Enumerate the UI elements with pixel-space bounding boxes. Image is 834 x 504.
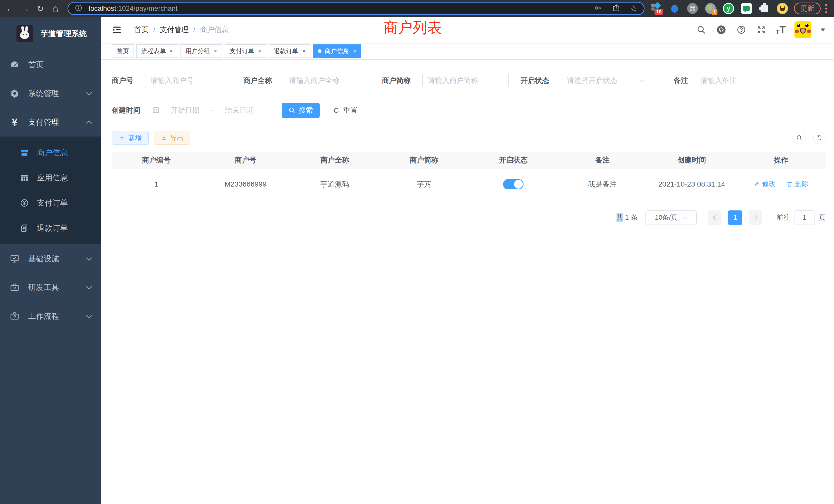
extensions-area: 10 ⌘ 1 y — [651, 2, 788, 15]
create-time-range-picker[interactable]: 开始日期 - 结束日期 — [147, 102, 269, 118]
chevron-left-icon — [713, 215, 718, 220]
site-info-icon[interactable] — [74, 4, 83, 13]
browser-forward-button[interactable]: → — [20, 3, 31, 14]
tab-refund-order[interactable]: 退款订单× — [269, 44, 310, 58]
remark-input[interactable] — [695, 73, 794, 88]
sidebar-item-label: 支付订单 — [37, 198, 68, 208]
close-icon[interactable]: × — [353, 47, 356, 55]
edit-link[interactable]: 修改 — [753, 179, 775, 188]
close-icon[interactable]: × — [214, 47, 217, 55]
col-create-time: 创建时间 — [647, 152, 737, 168]
browser-reload-button[interactable]: ↻ — [35, 3, 46, 14]
ext-command-icon[interactable]: ⌘ — [687, 2, 698, 15]
next-page-button[interactable] — [749, 210, 762, 225]
breadcrumb-pay[interactable]: 支付管理 — [160, 25, 189, 35]
bookmark-star-icon[interactable]: ☆ — [630, 4, 638, 13]
prev-page-button[interactable] — [708, 210, 721, 225]
sidebar-item-label: 首页 — [28, 60, 44, 70]
address-bar[interactable]: localhost:1024/pay/merchant ☆ — [68, 2, 644, 15]
cell-merchant-no: M233666999 — [201, 168, 290, 200]
hamburger-fold-icon[interactable] — [111, 24, 123, 36]
tags-view-bar: 首页 流程表单× 用户分组× 支付订单× 退款订单× 商户信息× — [101, 43, 834, 60]
tab-pay-order[interactable]: 支付订单× — [225, 44, 266, 58]
status-select[interactable]: 请选择开启状态 — [561, 73, 649, 88]
col-status: 开启状态 — [468, 152, 558, 168]
sidebar-item-home[interactable]: 首页 — [0, 50, 101, 79]
reset-button[interactable]: 重置 — [326, 102, 364, 118]
current-page-button[interactable]: 1 — [728, 210, 742, 225]
search-icon[interactable] — [696, 24, 707, 36]
col-short-name: 商户简称 — [379, 152, 469, 168]
font-size-icon[interactable]: TT — [776, 24, 786, 36]
ext-chat-icon[interactable] — [741, 2, 752, 15]
create-time-label: 创建时间 — [112, 106, 140, 115]
search-button[interactable]: 搜索 — [282, 102, 320, 118]
col-full-name: 商户全称 — [290, 152, 379, 168]
page-size-select[interactable]: 10条/页 — [645, 210, 697, 225]
avatar[interactable] — [794, 21, 811, 38]
tab-merchant-info[interactable]: 商户信息× — [313, 44, 361, 58]
sidebar-item-pay[interactable]: ¥ 支付管理 — [0, 108, 101, 137]
close-icon[interactable]: × — [170, 47, 173, 55]
ext-y-icon[interactable]: y — [723, 2, 734, 15]
sidebar-item-system[interactable]: 系统管理 — [0, 79, 101, 108]
tab-user-group[interactable]: 用户分组× — [180, 44, 222, 58]
goto-page-input[interactable] — [794, 210, 815, 225]
sidebar-item-label: 基础设施 — [28, 254, 59, 264]
github-icon[interactable] — [716, 24, 727, 36]
sidebar-item-infrastructure[interactable]: 基础设施 — [0, 244, 101, 273]
refresh-button[interactable] — [813, 132, 826, 144]
browser-home-button[interactable]: ⌂ — [50, 3, 61, 14]
sidebar-item-label: 研发工具 — [28, 282, 59, 293]
export-button[interactable]: 导出 — [154, 131, 190, 145]
table-row: 1 M233666999 芋道源码 芋艿 我是备注 2021-10-23 08:… — [112, 168, 826, 200]
avatar-caret-icon[interactable] — [821, 28, 825, 31]
ext-diamond-icon[interactable]: 10 — [651, 2, 662, 15]
merchant-no-label: 商户号 — [112, 76, 133, 86]
sidebar-item-refund-order[interactable]: 退款订单 — [0, 215, 101, 241]
sidebar-item-merchant-info[interactable]: 商户信息 — [0, 140, 101, 165]
cell-remark: 我是备注 — [558, 168, 647, 200]
help-icon[interactable] — [736, 24, 747, 36]
breadcrumb-home[interactable]: 首页 — [134, 25, 149, 35]
document-icon — [19, 224, 30, 233]
sidebar-item-workflow[interactable]: 工作流程 — [0, 302, 101, 330]
ext-smiley-icon[interactable] — [776, 2, 788, 15]
sidebar-item-label: 工作流程 — [28, 311, 59, 322]
fullscreen-icon[interactable] — [756, 24, 767, 36]
sidebar-item-dev-tools[interactable]: 研发工具 — [0, 273, 101, 302]
briefcase-icon — [9, 311, 21, 321]
close-icon[interactable]: × — [302, 47, 306, 55]
browser-menu-icon[interactable] — [825, 4, 828, 13]
table-header-row: 商户编号 商户号 商户全称 商户简称 开启状态 备注 创建时间 操作 — [112, 152, 826, 168]
tab-process-form[interactable]: 流程表单× — [136, 44, 178, 58]
gear-icon — [9, 89, 21, 98]
delete-link[interactable]: 删除 — [786, 179, 808, 188]
tab-home[interactable]: 首页 — [112, 44, 134, 58]
add-button[interactable]: 新增 — [112, 131, 149, 145]
toggle-search-button[interactable] — [793, 132, 806, 144]
status-toggle[interactable] — [503, 179, 524, 189]
ext-camera-icon[interactable]: 1 — [705, 2, 717, 15]
password-key-icon[interactable] — [594, 4, 602, 13]
sidebar-logo[interactable]: 芋道管理系统 — [0, 17, 101, 50]
share-icon[interactable] — [612, 4, 621, 13]
merchant-name-input[interactable] — [284, 73, 370, 88]
cell-merchant-id: 1 — [112, 168, 201, 200]
merchant-no-input[interactable] — [145, 73, 232, 88]
close-icon[interactable]: × — [258, 47, 261, 55]
ext-balloon-icon[interactable] — [668, 2, 680, 15]
app-title: 芋道管理系统 — [41, 28, 87, 39]
sidebar-item-label: 退款订单 — [37, 223, 68, 233]
cell-actions: 修改 删除 — [737, 168, 826, 200]
extensions-puzzle-icon[interactable] — [759, 2, 770, 15]
breadcrumb-current: 商户信息 — [200, 25, 229, 35]
merchant-short-input[interactable] — [422, 73, 509, 88]
sidebar-item-app-info[interactable]: 应用信息 — [0, 165, 101, 190]
col-merchant-id: 商户编号 — [112, 152, 201, 168]
red-annotation-text: 商户列表 — [383, 18, 442, 38]
browser-update-button[interactable]: 更新 — [794, 3, 821, 14]
browser-back-button[interactable]: ← — [5, 3, 16, 14]
col-actions: 操作 — [737, 152, 826, 168]
sidebar-item-pay-order[interactable]: 支付订单 — [0, 190, 101, 215]
